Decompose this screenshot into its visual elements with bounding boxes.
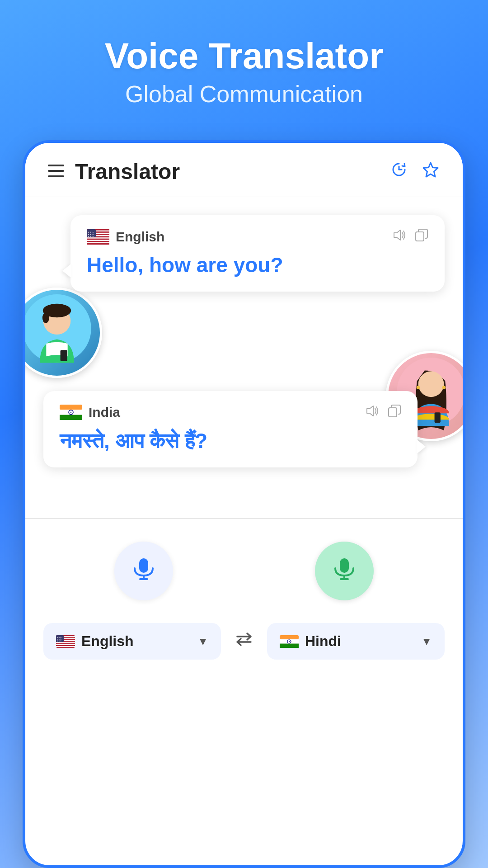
- svg-text:★ ★ ★: ★ ★ ★: [88, 235, 94, 237]
- svg-point-32: [418, 371, 444, 397]
- svg-rect-46: [340, 558, 349, 573]
- bubble-hindi-header: India: [60, 404, 401, 421]
- svg-rect-62: [280, 643, 299, 647]
- svg-rect-53: [56, 642, 75, 643]
- svg-rect-43: [139, 558, 148, 573]
- svg-marker-29: [394, 230, 400, 240]
- svg-rect-54: [56, 644, 75, 645]
- svg-rect-42: [389, 408, 397, 417]
- divider: [25, 518, 463, 519]
- target-lang-text: Hindi: [305, 633, 415, 650]
- swap-languages-button[interactable]: [228, 627, 260, 656]
- svg-rect-0: [48, 165, 64, 166]
- app-bar-title: Translator: [75, 159, 389, 184]
- copy-icon[interactable]: [415, 228, 428, 245]
- source-language-selector[interactable]: ★★★ ★★★ ★★★ English ▼: [43, 623, 221, 660]
- speaker-icon[interactable]: [391, 228, 406, 245]
- svg-rect-22: [87, 241, 109, 242]
- english-lang-label: English: [116, 229, 164, 245]
- svg-rect-19: [87, 237, 109, 239]
- svg-rect-36: [60, 405, 82, 410]
- phone-mockup: Translator: [23, 140, 465, 868]
- source-lang-text: English: [81, 633, 191, 650]
- svg-rect-23: [87, 242, 109, 243]
- svg-point-9: [42, 313, 49, 323]
- svg-rect-55: [56, 646, 75, 647]
- svg-rect-1: [48, 170, 64, 172]
- svg-point-35: [442, 386, 446, 390]
- svg-rect-60: [280, 635, 299, 639]
- app-title: Voice Translator: [0, 36, 488, 76]
- india-flag-icon: [60, 405, 82, 420]
- svg-point-64: [289, 641, 290, 642]
- svg-rect-21: [87, 240, 109, 241]
- header: Voice Translator Global Communication: [0, 0, 488, 126]
- source-flag-icon: ★★★ ★★★ ★★★: [56, 635, 75, 648]
- svg-rect-24: [87, 243, 109, 245]
- target-flag-icon: [280, 635, 299, 648]
- svg-rect-38: [60, 415, 82, 420]
- history-icon[interactable]: [389, 160, 408, 183]
- app-subtitle: Global Communication: [0, 80, 488, 108]
- copy-icon-hindi[interactable]: [388, 404, 401, 421]
- language-bar: ★★★ ★★★ ★★★ English ▼ Hindi ▼: [25, 614, 463, 682]
- svg-marker-41: [367, 406, 373, 416]
- svg-point-34: [417, 386, 420, 390]
- source-lang-dropdown-icon: ▼: [197, 635, 208, 648]
- bubble-hindi-lang: India: [60, 405, 120, 420]
- bubble-english: ★ ★ ★ ★ ★ ★ ★ ★ ★ English: [70, 215, 445, 292]
- mic-right-icon: [332, 556, 357, 586]
- chat-area: ★ ★ ★ ★ ★ ★ ★ ★ ★ English: [25, 197, 463, 514]
- svg-marker-5: [423, 163, 438, 177]
- mic-right-button[interactable]: [315, 542, 374, 600]
- hindi-translated-text: नमस्ते, आप कैसे हैं?: [60, 428, 401, 455]
- india-lang-label: India: [89, 405, 120, 420]
- svg-rect-20: [87, 238, 109, 240]
- bubble-hindi: India: [43, 391, 418, 467]
- svg-rect-30: [416, 232, 424, 241]
- svg-rect-33: [435, 412, 441, 423]
- app-bar-icons: [389, 160, 440, 183]
- target-language-selector[interactable]: Hindi ▼: [267, 623, 445, 660]
- bubble-english-lang: ★ ★ ★ ★ ★ ★ ★ ★ ★ English: [87, 229, 164, 245]
- mic-left-icon: [131, 556, 156, 586]
- svg-rect-10: [61, 350, 67, 361]
- svg-rect-2: [48, 175, 64, 177]
- bubble-hindi-icons: [364, 404, 401, 421]
- english-translated-text: Hello, how are you?: [87, 252, 428, 279]
- avatar-left: [23, 288, 102, 378]
- us-flag-icon: ★ ★ ★ ★ ★ ★ ★ ★ ★: [87, 229, 109, 245]
- app-bar: Translator: [25, 143, 463, 197]
- menu-icon[interactable]: [48, 162, 64, 181]
- speaker-icon-hindi[interactable]: [364, 404, 379, 421]
- favorites-icon[interactable]: [421, 160, 440, 183]
- bubble-english-icons: [391, 228, 428, 245]
- mic-area: [25, 524, 463, 614]
- svg-text:★★★: ★★★: [56, 640, 62, 642]
- bubble-english-header: ★ ★ ★ ★ ★ ★ ★ ★ ★ English: [87, 228, 428, 245]
- mic-left-button[interactable]: [114, 542, 173, 600]
- target-lang-dropdown-icon: ▼: [421, 635, 432, 648]
- svg-point-40: [70, 412, 71, 413]
